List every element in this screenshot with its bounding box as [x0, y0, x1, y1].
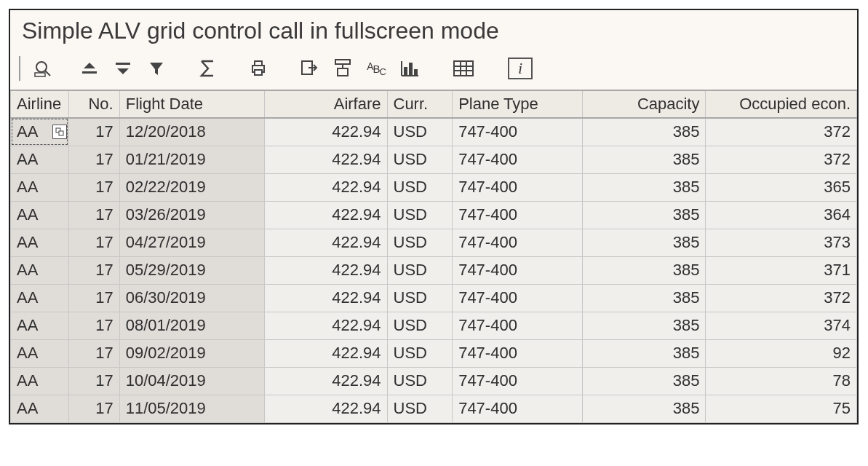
cell-airfare[interactable]: 422.94 [264, 284, 387, 312]
cell-occ[interactable]: 92 [706, 339, 857, 367]
cell-airfare[interactable]: 422.94 [264, 146, 387, 173]
cell-airline[interactable]: AA [11, 284, 69, 312]
cell-capacity[interactable]: 385 [583, 118, 706, 146]
cell-airline[interactable]: AA [11, 395, 69, 422]
cell-fldate[interactable]: 02/22/2019 [119, 173, 264, 201]
cell-occ[interactable]: 75 [706, 395, 857, 422]
column-header-airline[interactable]: Airline [11, 90, 69, 118]
cell-curr[interactable]: USD [387, 146, 453, 173]
cell-no[interactable]: 17 [68, 284, 119, 312]
table-row[interactable]: AA1701/21/2019422.94USD747-400385372 [11, 146, 857, 173]
cell-plane[interactable]: 747-400 [453, 367, 583, 395]
filter-button[interactable] [143, 56, 170, 81]
cell-no[interactable]: 17 [68, 118, 119, 146]
cell-airfare[interactable]: 422.94 [264, 256, 387, 284]
cell-occ[interactable]: 373 [706, 229, 857, 256]
table-row[interactable]: AA1712/20/2018422.94USD747-400385372 [11, 118, 857, 146]
cell-curr[interactable]: USD [387, 201, 453, 229]
cell-airline[interactable]: AA [11, 201, 69, 229]
column-header-fldate[interactable]: Flight Date [119, 90, 264, 118]
cell-capacity[interactable]: 385 [583, 312, 706, 339]
table-row[interactable]: AA1710/04/2019422.94USD747-40038578 [11, 367, 857, 395]
cell-plane[interactable]: 747-400 [453, 229, 583, 256]
table-row[interactable]: AA1704/27/2019422.94USD747-400385373 [11, 229, 857, 256]
sort-desc-button[interactable] [109, 56, 137, 81]
cell-fldate[interactable]: 10/04/2019 [119, 367, 264, 395]
cell-airline[interactable]: AA [11, 339, 69, 367]
export-button[interactable] [295, 56, 323, 81]
f4-help-icon[interactable] [52, 125, 67, 139]
cell-plane[interactable]: 747-400 [453, 284, 583, 312]
cell-no[interactable]: 17 [68, 201, 119, 229]
cell-capacity[interactable]: 385 [583, 284, 706, 312]
sort-asc-button[interactable] [76, 56, 103, 81]
cell-plane[interactable]: 747-400 [453, 395, 583, 422]
cell-fldate[interactable]: 09/02/2019 [119, 339, 264, 367]
cell-occ[interactable]: 78 [706, 367, 857, 395]
cell-airline[interactable]: AA [11, 173, 69, 201]
cell-airfare[interactable]: 422.94 [264, 229, 387, 256]
abc-button[interactable]: ABC [362, 56, 390, 81]
table-row[interactable]: AA1709/02/2019422.94USD747-40038592 [11, 339, 857, 367]
cell-airfare[interactable]: 422.94 [264, 367, 387, 395]
cell-airline[interactable]: AA [11, 367, 69, 395]
cell-capacity[interactable]: 385 [583, 173, 706, 201]
cell-no[interactable]: 17 [68, 312, 119, 339]
cell-occ[interactable]: 372 [706, 146, 857, 173]
column-header-no[interactable]: No. [68, 90, 119, 118]
cell-curr[interactable]: USD [387, 284, 453, 312]
cell-capacity[interactable]: 385 [583, 146, 706, 173]
cell-capacity[interactable]: 385 [583, 201, 706, 229]
cell-airline[interactable]: AA [11, 229, 69, 256]
cell-curr[interactable]: USD [387, 312, 453, 339]
info-button[interactable]: i [506, 56, 534, 81]
column-header-airfare[interactable]: Airfare [264, 90, 387, 118]
cell-capacity[interactable]: 385 [583, 395, 706, 422]
cell-plane[interactable]: 747-400 [453, 201, 583, 229]
cell-airfare[interactable]: 422.94 [264, 339, 387, 367]
column-header-capacity[interactable]: Capacity [583, 90, 706, 118]
cell-airline[interactable]: AA [11, 118, 69, 146]
cell-curr[interactable]: USD [387, 256, 453, 284]
cell-curr[interactable]: USD [387, 118, 453, 146]
cell-plane[interactable]: 747-400 [453, 173, 583, 201]
cell-airfare[interactable]: 422.94 [264, 201, 387, 229]
cell-capacity[interactable]: 385 [583, 367, 706, 395]
cell-curr[interactable]: USD [387, 173, 453, 201]
cell-occ[interactable]: 372 [706, 284, 857, 312]
cell-capacity[interactable]: 385 [583, 229, 706, 256]
alv-grid[interactable]: AirlineNo.Flight DateAirfareCurr.Plane T… [10, 90, 857, 423]
cell-airline[interactable]: AA [11, 312, 69, 339]
cell-no[interactable]: 17 [68, 395, 119, 422]
cell-airfare[interactable]: 422.94 [264, 312, 387, 339]
print-button[interactable] [244, 56, 272, 81]
table-row[interactable]: AA1705/29/2019422.94USD747-400385371 [11, 256, 857, 284]
cell-curr[interactable]: USD [387, 339, 453, 367]
cell-fldate[interactable]: 08/01/2019 [119, 312, 264, 339]
cell-plane[interactable]: 747-400 [453, 146, 583, 173]
cell-fldate[interactable]: 03/26/2019 [119, 201, 264, 229]
cell-fldate[interactable]: 06/30/2019 [119, 284, 264, 312]
column-header-plane[interactable]: Plane Type [453, 90, 583, 118]
chart-button[interactable] [396, 56, 423, 81]
cell-no[interactable]: 17 [68, 229, 119, 256]
cell-plane[interactable]: 747-400 [453, 339, 583, 367]
cell-occ[interactable]: 374 [706, 312, 857, 339]
cell-occ[interactable]: 365 [706, 173, 857, 201]
cell-plane[interactable]: 747-400 [453, 118, 583, 146]
cell-plane[interactable]: 747-400 [453, 256, 583, 284]
cell-capacity[interactable]: 385 [583, 256, 706, 284]
table-row[interactable]: AA1706/30/2019422.94USD747-400385372 [11, 284, 857, 312]
table-row[interactable]: AA1703/26/2019422.94USD747-400385364 [11, 201, 857, 229]
change-layout-button[interactable] [329, 56, 357, 81]
cell-airline[interactable]: AA [11, 256, 69, 284]
cell-fldate[interactable]: 12/20/2018 [119, 118, 264, 146]
cell-no[interactable]: 17 [68, 173, 119, 201]
cell-fldate[interactable]: 05/29/2019 [119, 256, 264, 284]
column-header-curr[interactable]: Curr. [387, 90, 453, 118]
cell-airfare[interactable]: 422.94 [264, 173, 387, 201]
cell-curr[interactable]: USD [387, 229, 453, 256]
cell-occ[interactable]: 371 [706, 256, 857, 284]
cell-no[interactable]: 17 [68, 339, 119, 367]
cell-curr[interactable]: USD [387, 395, 453, 422]
